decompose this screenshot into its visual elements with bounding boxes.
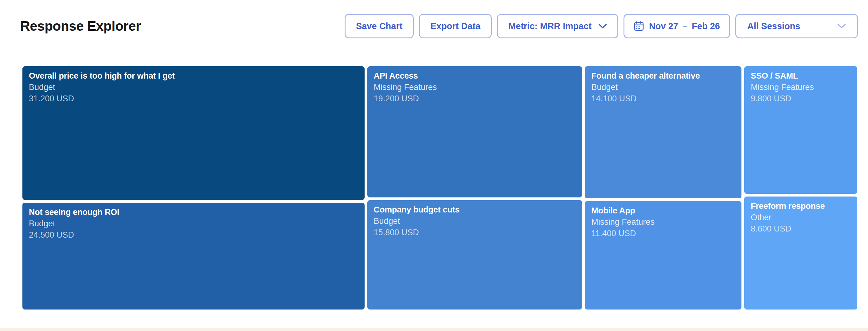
tile-value: 15.800 USD — [374, 227, 576, 238]
tile-value: 19.200 USD — [374, 93, 576, 104]
tile-category: Budget — [374, 216, 576, 227]
tile-value: 31.200 USD — [29, 93, 358, 104]
header: Response Explorer Save Chart Export Data… — [20, 0, 858, 52]
treemap: Overall price is too high for what I get… — [23, 66, 857, 309]
tile-label: Not seeing enough ROI — [29, 207, 358, 218]
treemap-tile[interactable]: Not seeing enough ROI Budget 24.500 USD — [23, 203, 365, 309]
treemap-tile[interactable]: Company budget cuts Budget 15.800 USD — [367, 200, 582, 309]
tile-category: Missing Features — [374, 82, 576, 93]
treemap-tile[interactable]: API Access Missing Features 19.200 USD — [367, 66, 582, 197]
page-title: Response Explorer — [20, 19, 141, 34]
treemap-column: SSO / SAML Missing Features 9.800 USD Fr… — [744, 66, 857, 309]
chevron-down-icon — [837, 24, 846, 29]
sessions-dropdown-label: All Sessions — [747, 21, 800, 31]
tile-label: Freeform response — [751, 200, 851, 212]
save-chart-label: Save Chart — [356, 21, 403, 31]
treemap-tile[interactable]: Found a cheaper alternative Budget 14.10… — [585, 66, 741, 198]
tile-value: 14.100 USD — [591, 93, 735, 104]
date-range-start: Nov 27 — [649, 21, 678, 31]
save-chart-button[interactable]: Save Chart — [345, 14, 414, 38]
tile-label: Mobile App — [591, 205, 735, 217]
calendar-icon — [633, 21, 644, 31]
tile-category: Budget — [29, 218, 358, 229]
tile-value: 8.600 USD — [751, 223, 851, 235]
tile-category: Missing Features — [751, 82, 851, 93]
metric-dropdown[interactable]: Metric: MRR Impact — [497, 14, 618, 38]
tile-value: 9.800 USD — [751, 93, 851, 104]
tile-label: API Access — [374, 70, 576, 82]
tile-label: SSO / SAML — [751, 70, 851, 82]
tile-label: Company budget cuts — [374, 204, 576, 216]
treemap-tile[interactable]: Overall price is too high for what I get… — [23, 66, 365, 200]
date-range-separator: – — [682, 21, 687, 31]
metric-dropdown-label: Metric: MRR Impact — [508, 21, 592, 31]
tile-label: Found a cheaper alternative — [591, 70, 735, 82]
treemap-tile[interactable]: Freeform response Other 8.600 USD — [744, 197, 857, 309]
treemap-tile[interactable]: Mobile App Missing Features 11.400 USD — [585, 201, 741, 309]
treemap-column: API Access Missing Features 19.200 USD C… — [367, 66, 582, 309]
treemap-tile[interactable]: SSO / SAML Missing Features 9.800 USD — [744, 66, 857, 194]
tile-category: Budget — [591, 82, 735, 93]
date-range-button[interactable]: Nov 27 – Feb 26 — [623, 14, 730, 38]
tile-value: 11.400 USD — [591, 228, 735, 239]
chevron-down-icon — [598, 24, 607, 29]
tile-category: Budget — [29, 82, 358, 93]
tile-category: Other — [751, 212, 851, 223]
export-data-button[interactable]: Export Data — [419, 14, 492, 38]
treemap-column: Overall price is too high for what I get… — [23, 66, 365, 309]
tile-value: 24.500 USD — [29, 229, 358, 241]
export-data-label: Export Data — [430, 21, 480, 31]
page-bottom-band — [0, 328, 868, 331]
tile-category: Missing Features — [591, 217, 735, 228]
tile-label: Overall price is too high for what I get — [29, 70, 358, 82]
treemap-column: Found a cheaper alternative Budget 14.10… — [585, 66, 741, 309]
toolbar: Save Chart Export Data Metric: MRR Impac… — [345, 14, 858, 38]
date-range-end: Feb 26 — [692, 21, 720, 31]
sessions-dropdown[interactable]: All Sessions — [735, 14, 858, 38]
